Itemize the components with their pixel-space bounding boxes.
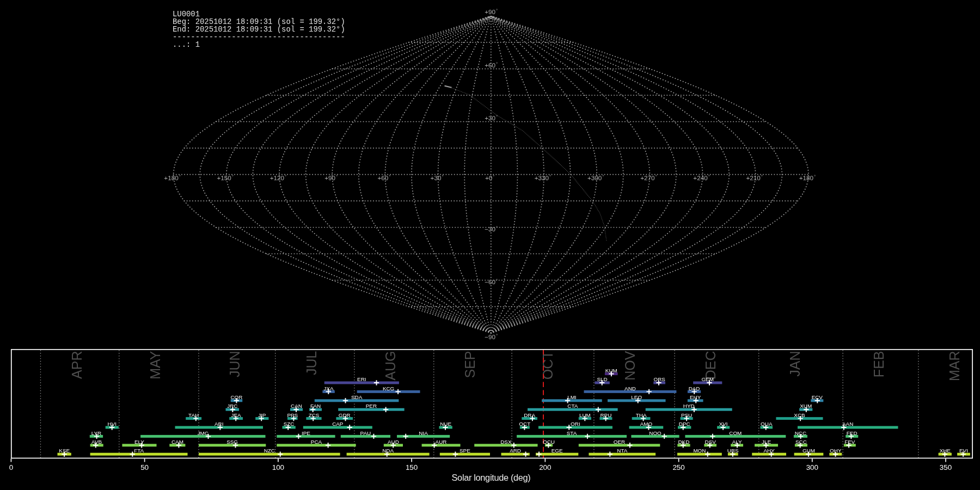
svg-text:AHY: AHY xyxy=(763,448,775,454)
svg-text:SDA: SDA xyxy=(351,394,363,400)
svg-text:FAN: FAN xyxy=(310,403,321,409)
svg-text:AAN: AAN xyxy=(842,421,853,427)
svg-text:TAH: TAH xyxy=(188,412,199,418)
svg-text:JIP: JIP xyxy=(258,412,266,418)
svg-text:OCT: OCT xyxy=(540,351,555,380)
svg-text:GEM: GEM xyxy=(701,376,714,382)
svg-text:+120°: +120° xyxy=(270,174,287,181)
svg-text:NOV: NOV xyxy=(622,351,638,381)
svg-text:ORS: ORS xyxy=(653,376,665,382)
svg-text:DEC: DEC xyxy=(703,351,718,380)
svg-text:ELY: ELY xyxy=(134,439,144,445)
svg-text:DSX: DSX xyxy=(500,439,512,445)
svg-text:ERI: ERI xyxy=(357,376,366,382)
svg-text:DKD: DKD xyxy=(678,439,689,445)
svg-text:GDR: GDR xyxy=(339,412,351,418)
svg-text:ALY: ALY xyxy=(732,439,742,445)
svg-text:URS: URS xyxy=(727,448,739,454)
svg-text:250: 250 xyxy=(672,463,684,471)
svg-text:150: 150 xyxy=(406,463,418,471)
svg-text:HVI: HVI xyxy=(108,421,117,427)
svg-text:300: 300 xyxy=(806,463,818,471)
svg-text:FEV: FEV xyxy=(844,439,855,445)
svg-text:FEB: FEB xyxy=(871,351,886,378)
svg-text:...: 1: ...: 1 xyxy=(173,40,200,49)
svg-text:SZC: SZC xyxy=(284,421,295,427)
svg-text:XCB: XCB xyxy=(794,412,805,418)
svg-text:SLD: SLD xyxy=(597,376,607,382)
svg-text:SCC: SCC xyxy=(795,439,807,445)
svg-text:AUD: AUD xyxy=(388,439,399,445)
svg-text:AMO: AMO xyxy=(640,421,653,427)
svg-text:JUL: JUL xyxy=(304,351,319,375)
svg-text:GUM: GUM xyxy=(803,448,815,454)
svg-text:STA: STA xyxy=(567,430,577,436)
svg-text:OCT: OCT xyxy=(519,421,530,427)
svg-text:LEO: LEO xyxy=(631,394,642,400)
svg-text:JMC: JMC xyxy=(198,430,209,436)
svg-text:+180°: +180° xyxy=(799,174,816,181)
svg-text:+150°: +150° xyxy=(217,174,234,181)
svg-text:+300°: +300° xyxy=(587,174,604,181)
svg-text:NIA: NIA xyxy=(419,430,428,436)
svg-text:+240°: +240° xyxy=(693,174,710,181)
svg-text:QUA: QUA xyxy=(761,421,773,427)
svg-text:ARD: ARD xyxy=(510,448,521,454)
svg-text:NTA: NTA xyxy=(617,448,627,454)
svg-text:200: 200 xyxy=(539,463,551,471)
svg-text:XUM: XUM xyxy=(800,403,812,409)
svg-text:PSU: PSU xyxy=(681,412,692,418)
svg-text:NDA: NDA xyxy=(382,448,394,454)
svg-text:MAY: MAY xyxy=(148,351,163,379)
svg-text:+330°: +330° xyxy=(535,174,552,181)
svg-text:JXA: JXA xyxy=(324,385,334,391)
svg-text:CAM: CAM xyxy=(171,439,183,445)
svg-text:KSE: KSE xyxy=(59,448,70,454)
svg-text:DRA: DRA xyxy=(524,412,535,418)
svg-text:CQR: CQR xyxy=(230,394,242,400)
svg-text:JEA: JEA xyxy=(231,412,242,418)
svg-text:RPU: RPU xyxy=(600,412,611,418)
svg-text:KCG: KCG xyxy=(383,385,394,391)
svg-text:SEP: SEP xyxy=(462,351,477,378)
svg-text:LUM: LUM xyxy=(579,412,591,418)
svg-text:JLE: JLE xyxy=(762,439,771,445)
svg-text:JAN: JAN xyxy=(787,351,803,377)
svg-text:350: 350 xyxy=(940,463,952,471)
svg-text:EHY: EHY xyxy=(690,394,701,400)
svg-text:PCA: PCA xyxy=(311,439,322,445)
svg-text:ORI: ORI xyxy=(571,421,580,427)
svg-text:MAR: MAR xyxy=(947,351,962,382)
svg-text:ECV: ECV xyxy=(812,394,823,400)
svg-text:XHE: XHE xyxy=(940,448,951,454)
svg-text:DPC: DPC xyxy=(679,421,690,427)
svg-text:MON: MON xyxy=(693,448,706,454)
svg-text:NUE: NUE xyxy=(440,421,451,427)
svg-text:AUG: AUG xyxy=(383,351,398,381)
svg-text:AVB: AVB xyxy=(91,439,102,445)
svg-text:APR: APR xyxy=(69,351,84,379)
svg-text:PER: PER xyxy=(366,403,377,409)
svg-text:THA: THA xyxy=(636,412,647,418)
svg-text:100: 100 xyxy=(272,463,284,471)
svg-text:+210°: +210° xyxy=(746,174,763,181)
svg-text:OHY: OHY xyxy=(830,448,842,454)
svg-text:DAD: DAD xyxy=(689,385,700,391)
svg-text:KUM: KUM xyxy=(605,367,617,373)
svg-text:OER: OER xyxy=(614,439,625,445)
svg-text:ARI: ARI xyxy=(215,421,223,427)
svg-text:JUN: JUN xyxy=(227,351,242,378)
svg-text:LYR: LYR xyxy=(91,430,101,436)
svg-text:Solar longitude (deg): Solar longitude (deg) xyxy=(452,473,531,482)
svg-text:XVI: XVI xyxy=(719,421,728,427)
svg-text:NOO: NOO xyxy=(649,430,661,436)
svg-text:0: 0 xyxy=(9,463,13,471)
svg-text:CAN: CAN xyxy=(291,403,302,409)
svg-text:+180°: +180° xyxy=(164,174,181,181)
svg-text:NCC: NCC xyxy=(795,430,806,436)
svg-text:JRC: JRC xyxy=(227,403,237,409)
svg-text:PAU: PAU xyxy=(360,430,371,436)
svg-text:AND: AND xyxy=(624,385,636,391)
svg-text:AUR: AUR xyxy=(436,439,447,445)
svg-text:+270°: +270° xyxy=(640,174,657,181)
